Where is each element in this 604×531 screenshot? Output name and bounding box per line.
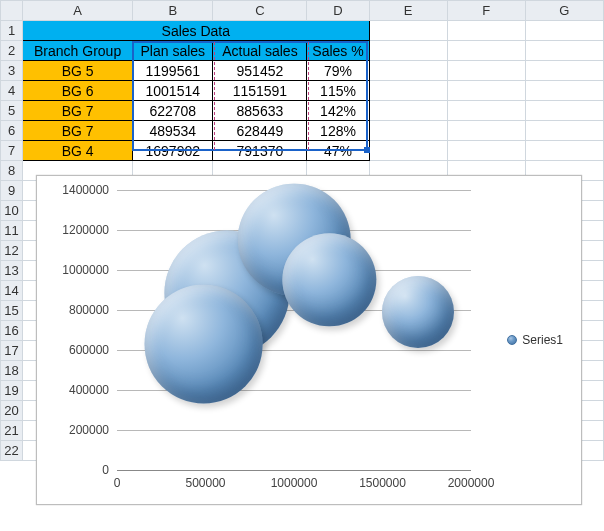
col-header[interactable]: F bbox=[447, 1, 525, 21]
y-tick-label: 200000 bbox=[47, 423, 109, 437]
cell-pct[interactable]: 47% bbox=[307, 141, 369, 161]
cell-branch[interactable]: BG 6 bbox=[23, 81, 133, 101]
cell[interactable] bbox=[447, 81, 525, 101]
header-branch-group[interactable]: Branch Group bbox=[23, 41, 133, 61]
cell[interactable] bbox=[369, 41, 447, 61]
header-actual-sales[interactable]: Actual sales bbox=[213, 41, 307, 61]
column-header-row: A B C D E F G bbox=[1, 1, 604, 21]
cell[interactable] bbox=[369, 101, 447, 121]
cell[interactable] bbox=[447, 141, 525, 161]
row-header[interactable]: 13 bbox=[1, 261, 23, 281]
legend-label: Series1 bbox=[522, 333, 563, 347]
cell-pct[interactable]: 115% bbox=[307, 81, 369, 101]
col-header[interactable]: B bbox=[133, 1, 213, 21]
header-sales-pct[interactable]: Sales % bbox=[307, 41, 369, 61]
cell-pct[interactable]: 79% bbox=[307, 61, 369, 81]
bubble-chart[interactable]: 0200000400000600000800000100000012000001… bbox=[36, 175, 582, 505]
y-tick-label: 600000 bbox=[47, 343, 109, 357]
cell[interactable] bbox=[447, 101, 525, 121]
row-header[interactable]: 21 bbox=[1, 421, 23, 441]
cell[interactable] bbox=[525, 81, 603, 101]
x-tick-label: 500000 bbox=[185, 476, 225, 490]
gridline bbox=[117, 430, 471, 431]
bubble-point[interactable] bbox=[382, 276, 454, 348]
table-title[interactable]: Sales Data bbox=[23, 21, 370, 41]
cell-actual[interactable]: 628449 bbox=[213, 121, 307, 141]
col-header[interactable]: D bbox=[307, 1, 369, 21]
row-header[interactable]: 4 bbox=[1, 81, 23, 101]
x-tick-label: 0 bbox=[114, 476, 121, 490]
row-header[interactable]: 5 bbox=[1, 101, 23, 121]
cell-branch[interactable]: BG 7 bbox=[23, 121, 133, 141]
col-header[interactable]: E bbox=[369, 1, 447, 21]
cell[interactable] bbox=[525, 101, 603, 121]
cell-pct[interactable]: 142% bbox=[307, 101, 369, 121]
cell[interactable] bbox=[447, 61, 525, 81]
row-header[interactable]: 2 bbox=[1, 41, 23, 61]
row-header[interactable]: 8 bbox=[1, 161, 23, 181]
cell[interactable] bbox=[525, 21, 603, 41]
y-tick-label: 1200000 bbox=[47, 223, 109, 237]
cell-plan[interactable]: 622708 bbox=[133, 101, 213, 121]
cell-actual[interactable]: 791370 bbox=[213, 141, 307, 161]
row-header[interactable]: 6 bbox=[1, 121, 23, 141]
cell[interactable] bbox=[525, 41, 603, 61]
cell-plan[interactable]: 1697902 bbox=[133, 141, 213, 161]
row-header[interactable]: 18 bbox=[1, 361, 23, 381]
row-header[interactable]: 22 bbox=[1, 441, 23, 461]
cell[interactable] bbox=[369, 21, 447, 41]
bubble-point[interactable] bbox=[283, 233, 376, 326]
spreadsheet[interactable]: A B C D E F G 1 Sales Data 2 Branch Grou… bbox=[0, 0, 604, 531]
cell-plan[interactable]: 1199561 bbox=[133, 61, 213, 81]
row-header[interactable]: 9 bbox=[1, 181, 23, 201]
x-tick-label: 1500000 bbox=[359, 476, 406, 490]
plot-area[interactable]: 0200000400000600000800000100000012000001… bbox=[117, 190, 471, 470]
cell[interactable] bbox=[447, 41, 525, 61]
row-header[interactable]: 15 bbox=[1, 301, 23, 321]
bubble-point[interactable] bbox=[144, 285, 263, 404]
row-header[interactable]: 3 bbox=[1, 61, 23, 81]
cell[interactable] bbox=[447, 21, 525, 41]
row-header[interactable]: 20 bbox=[1, 401, 23, 421]
cell-branch[interactable]: BG 7 bbox=[23, 101, 133, 121]
y-tick-label: 1400000 bbox=[47, 183, 109, 197]
chart-legend[interactable]: Series1 bbox=[507, 333, 563, 347]
cell[interactable] bbox=[369, 81, 447, 101]
cell[interactable] bbox=[369, 61, 447, 81]
cell-pct[interactable]: 128% bbox=[307, 121, 369, 141]
row-6: 6 BG 7 489534 628449 128% bbox=[1, 121, 604, 141]
row-header[interactable]: 14 bbox=[1, 281, 23, 301]
row-header[interactable]: 17 bbox=[1, 341, 23, 361]
col-header[interactable]: G bbox=[525, 1, 603, 21]
x-tick-label: 2000000 bbox=[448, 476, 495, 490]
legend-swatch-icon bbox=[507, 335, 517, 345]
col-header[interactable]: A bbox=[23, 1, 133, 21]
row-header[interactable]: 16 bbox=[1, 321, 23, 341]
row-header[interactable]: 10 bbox=[1, 201, 23, 221]
select-all-corner[interactable] bbox=[1, 1, 23, 21]
cell[interactable] bbox=[447, 121, 525, 141]
row-header[interactable]: 12 bbox=[1, 241, 23, 261]
row-2: 2 Branch Group Plan sales Actual sales S… bbox=[1, 41, 604, 61]
row-header[interactable]: 19 bbox=[1, 381, 23, 401]
row-header[interactable]: 7 bbox=[1, 141, 23, 161]
cell[interactable] bbox=[525, 141, 603, 161]
y-tick-label: 400000 bbox=[47, 383, 109, 397]
cell-branch[interactable]: BG 5 bbox=[23, 61, 133, 81]
cell[interactable] bbox=[525, 121, 603, 141]
col-header[interactable]: C bbox=[213, 1, 307, 21]
row-header[interactable]: 1 bbox=[1, 21, 23, 41]
row-1: 1 Sales Data bbox=[1, 21, 604, 41]
cell-actual[interactable]: 1151591 bbox=[213, 81, 307, 101]
header-plan-sales[interactable]: Plan sales bbox=[133, 41, 213, 61]
cell[interactable] bbox=[369, 141, 447, 161]
y-tick-label: 1000000 bbox=[47, 263, 109, 277]
cell-plan[interactable]: 1001514 bbox=[133, 81, 213, 101]
cell[interactable] bbox=[369, 121, 447, 141]
cell-plan[interactable]: 489534 bbox=[133, 121, 213, 141]
row-header[interactable]: 11 bbox=[1, 221, 23, 241]
cell-branch[interactable]: BG 4 bbox=[23, 141, 133, 161]
cell[interactable] bbox=[525, 61, 603, 81]
cell-actual[interactable]: 951452 bbox=[213, 61, 307, 81]
cell-actual[interactable]: 885633 bbox=[213, 101, 307, 121]
